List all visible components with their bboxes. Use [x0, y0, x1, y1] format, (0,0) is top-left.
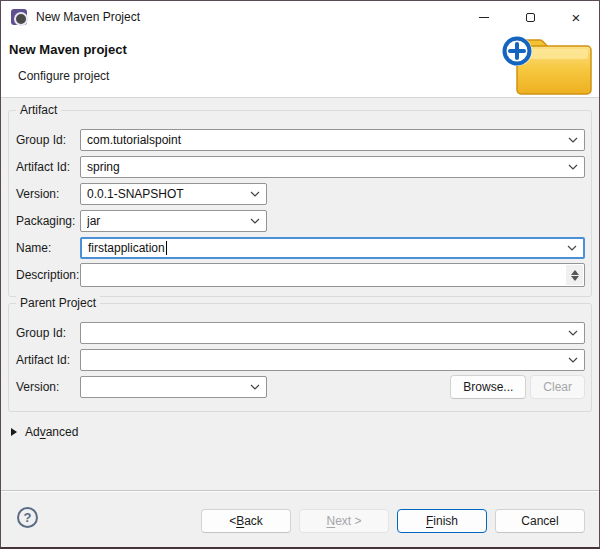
minimize-button[interactable]	[461, 1, 507, 33]
artifact-id-row: Artifact Id:	[16, 156, 585, 178]
caption-buttons: ×	[461, 1, 599, 33]
chevron-down-icon[interactable]	[250, 191, 260, 197]
minimize-icon	[479, 17, 489, 18]
parent-version-buttons: Browse... Clear	[450, 375, 585, 399]
finish-button[interactable]: Finish	[397, 509, 487, 533]
expand-triangle-icon[interactable]	[11, 428, 17, 436]
spinner-up-icon[interactable]	[571, 270, 579, 275]
parent-version-row: Version: Browse... Clear	[16, 376, 585, 398]
back-button[interactable]: < Back	[201, 509, 291, 533]
name-combo[interactable]: firstapplication	[80, 237, 585, 259]
version-row: Version:	[16, 183, 585, 205]
scroll-spinner[interactable]	[566, 265, 583, 285]
packaging-row: Packaging:	[16, 210, 585, 232]
artifact-group: Artifact Group Id: Artifact Id: Version:	[8, 110, 592, 297]
wizard-content: Artifact Group Id: Artifact Id: Version:	[1, 99, 599, 490]
parent-artifact-id-input[interactable]	[81, 353, 584, 367]
name-row: Name: firstapplication	[16, 237, 585, 259]
clear-button: Clear	[530, 375, 585, 399]
artifact-id-label: Artifact Id:	[16, 160, 80, 174]
close-button[interactable]: ×	[553, 1, 599, 33]
artifact-id-combo[interactable]	[80, 156, 585, 178]
chevron-down-icon[interactable]	[568, 137, 578, 143]
chevron-down-icon[interactable]	[250, 384, 260, 390]
parent-project-legend: Parent Project	[16, 296, 100, 311]
text-caret	[166, 241, 167, 255]
version-combo[interactable]	[80, 183, 267, 205]
plus-badge-icon	[502, 36, 532, 66]
packaging-input[interactable]	[81, 214, 266, 228]
page-subtitle: Configure project	[18, 69, 109, 83]
packaging-label: Packaging:	[16, 214, 80, 228]
wizard-buttons: < Back Next > Finish Cancel	[201, 509, 585, 533]
packaging-combo[interactable]	[80, 210, 267, 232]
description-field[interactable]	[80, 263, 585, 287]
cancel-button[interactable]: Cancel	[495, 509, 585, 533]
new-folder-icon	[500, 34, 596, 98]
question-mark-icon: ?	[24, 510, 32, 525]
parent-project-group: Parent Project Group Id: Artifact Id: Ve…	[8, 303, 592, 412]
group-id-row: Group Id:	[16, 129, 585, 151]
description-row: Description:	[16, 264, 585, 286]
eclipse-wizard-icon	[11, 9, 27, 25]
chevron-down-icon[interactable]	[567, 245, 577, 251]
maximize-button[interactable]	[507, 1, 553, 33]
chevron-down-icon[interactable]	[568, 164, 578, 170]
artifact-group-legend: Artifact	[16, 103, 61, 118]
advanced-label: Advanced	[25, 425, 78, 439]
button-bar: ? < Back Next > Finish Cancel	[1, 490, 599, 547]
parent-group-id-input[interactable]	[81, 326, 584, 340]
parent-group-id-label: Group Id:	[16, 326, 80, 340]
titlebar: New Maven Project ×	[1, 1, 599, 33]
page-title: New Maven project	[9, 42, 127, 57]
description-label: Description:	[16, 268, 80, 282]
version-input[interactable]	[81, 187, 266, 201]
chevron-down-icon[interactable]	[250, 218, 260, 224]
browse-button[interactable]: Browse...	[450, 375, 526, 399]
name-value: firstapplication	[82, 241, 165, 255]
spinner-down-icon[interactable]	[571, 276, 579, 281]
group-id-input[interactable]	[81, 133, 584, 147]
close-icon: ×	[572, 10, 581, 25]
chevron-down-icon[interactable]	[568, 330, 578, 336]
parent-artifact-id-label: Artifact Id:	[16, 353, 80, 367]
artifact-id-input[interactable]	[81, 160, 584, 174]
help-button[interactable]: ?	[17, 507, 38, 528]
parent-version-input[interactable]	[81, 380, 266, 394]
parent-artifact-id-row: Artifact Id:	[16, 349, 585, 371]
group-id-label: Group Id:	[16, 133, 80, 147]
window-title: New Maven Project	[36, 10, 140, 24]
wizard-banner: New Maven project Configure project	[1, 33, 599, 98]
maximize-icon	[526, 13, 535, 22]
name-label: Name:	[16, 241, 80, 255]
chevron-down-icon[interactable]	[568, 357, 578, 363]
new-maven-project-dialog: New Maven Project × New Maven project Co…	[0, 0, 600, 549]
parent-group-id-row: Group Id:	[16, 322, 585, 344]
parent-group-id-combo[interactable]	[80, 322, 585, 344]
parent-version-label: Version:	[16, 380, 80, 394]
advanced-expander[interactable]: Advanced	[11, 425, 78, 439]
next-button: Next >	[299, 509, 389, 533]
version-label: Version:	[16, 187, 80, 201]
parent-artifact-id-combo[interactable]	[80, 349, 585, 371]
group-id-combo[interactable]	[80, 129, 585, 151]
parent-version-combo[interactable]	[80, 376, 267, 398]
